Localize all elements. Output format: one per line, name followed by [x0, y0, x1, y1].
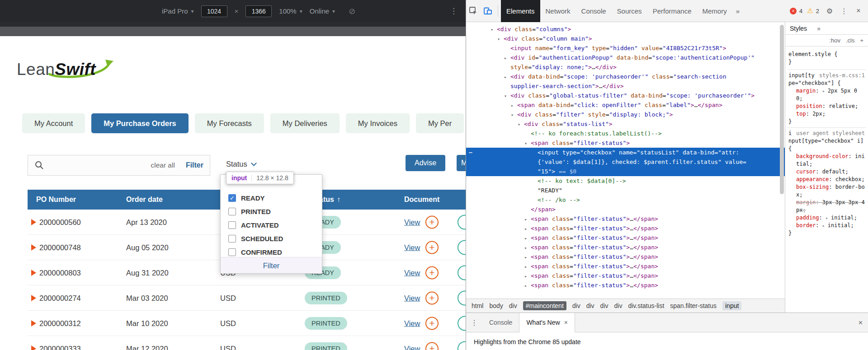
view-link[interactable]: View — [404, 243, 420, 252]
dom-tree-line[interactable]: ▾<div class="column main"> — [466, 34, 785, 43]
breadcrumb-item-div[interactable]: div — [586, 302, 594, 309]
view-link[interactable]: View — [404, 294, 420, 302]
add-icon[interactable] — [425, 291, 439, 304]
expand-arrow-icon[interactable]: ▸ — [524, 215, 531, 224]
devtools-tab-sources[interactable]: Sources — [612, 0, 647, 22]
breadcrumb-item-div[interactable]: div — [509, 302, 517, 309]
dom-tree-line[interactable]: ▸<span class="filter-status">…</span> — [466, 243, 785, 252]
css-property-border[interactable]: border: ▸ initial; — [788, 222, 865, 229]
devtools-close-icon[interactable] — [853, 7, 864, 15]
css-property-background-color[interactable]: background-color: initial; — [788, 153, 865, 168]
status-filter-toggle[interactable]: Status — [226, 160, 256, 168]
dom-tree-line[interactable]: ▾<div class="filter" style="display: blo… — [466, 110, 785, 119]
status-option-printed[interactable]: PRINTED — [228, 205, 318, 218]
breadcrumb-item-div[interactable]: div — [600, 302, 609, 309]
row-action-circle-icon[interactable] — [458, 290, 466, 305]
expand-arrow-icon[interactable]: ▸ — [524, 233, 531, 243]
dom-tree-line[interactable]: ▸<span class="filter-status">…</span> — [466, 224, 785, 233]
view-link[interactable]: View — [404, 218, 420, 226]
collapse-arrow-icon[interactable]: ▾ — [524, 139, 531, 148]
drawer-close-icon[interactable] — [859, 313, 863, 332]
row-action-circle-icon[interactable] — [458, 341, 466, 350]
view-link[interactable]: View — [404, 268, 420, 277]
dom-tree-line[interactable]: ⋯<input type="checkbox" name="statusList… — [466, 148, 785, 157]
collapse-arrow-icon[interactable]: ▾ — [504, 91, 510, 100]
tab-close-icon[interactable] — [564, 319, 568, 326]
breadcrumb-item-maincontent[interactable]: #maincontent — [523, 301, 566, 310]
viewport-height-input[interactable]: 1366 — [245, 5, 272, 17]
nav-tab-my-per[interactable]: My Per — [416, 113, 464, 133]
add-icon[interactable] — [425, 317, 439, 330]
dom-tree-line[interactable]: {'value': $data[1]}, checked: $parent.fi… — [466, 157, 785, 167]
dom-tree-line[interactable]: ▸<div data-bind="scope: 'purchaseorder'"… — [466, 72, 785, 81]
view-link[interactable]: View — [404, 319, 420, 327]
expand-arrow-icon[interactable]: ▸ — [504, 53, 510, 62]
element-style-rule[interactable]: element.style { } — [788, 49, 866, 70]
dom-tree-line[interactable]: ▸<span data-bind="click: openFilter" cla… — [466, 100, 785, 110]
new-style-rule-button[interactable]: + — [860, 37, 863, 44]
css-property-cursor[interactable]: cursor: default; — [788, 168, 865, 176]
row-expand-icon[interactable] — [31, 320, 36, 327]
collapse-arrow-icon[interactable]: ▾ — [511, 110, 517, 119]
element-classes-button[interactable]: .cls — [846, 37, 855, 44]
expand-arrow-icon[interactable]: ▸ — [524, 281, 531, 290]
device-type-select[interactable]: iPad Pro — [162, 7, 194, 15]
apply-filter-button[interactable]: Filter — [221, 257, 322, 273]
dom-tree-line[interactable]: <input name="form_key" type="hidden" val… — [466, 43, 785, 53]
row-expand-icon[interactable] — [31, 270, 36, 276]
status-option-ready[interactable]: READY — [228, 191, 318, 205]
breadcrumb-item-body[interactable]: body — [489, 302, 503, 309]
collapse-arrow-icon[interactable]: ▾ — [518, 120, 524, 129]
dom-tree-line[interactable]: ▾<div class="columns"> — [466, 24, 785, 34]
row-expand-icon[interactable] — [31, 244, 36, 251]
expand-shorthand-icon[interactable]: ▸ — [826, 215, 831, 220]
row-action-circle-icon[interactable] — [458, 240, 466, 255]
devtools-menu-icon[interactable] — [838, 7, 850, 15]
add-icon[interactable] — [425, 215, 439, 229]
row-action-circle-icon[interactable] — [458, 215, 466, 229]
checkbox-unchecked-icon[interactable] — [228, 208, 236, 215]
dom-tree-line[interactable]: style="display: none;">…</div> — [466, 62, 785, 72]
row-expand-icon[interactable] — [31, 295, 36, 301]
expand-arrow-icon[interactable]: ▸ — [511, 101, 517, 110]
dom-tree-line[interactable]: <!-- ko foreach:status.labelList()--> — [466, 129, 785, 138]
dom-tree-line[interactable]: ▸<span class="filter-status">…</span> — [466, 233, 785, 243]
row-expand-icon[interactable] — [31, 345, 36, 350]
nav-tab-my-forecasts[interactable]: My Forecasts — [195, 113, 264, 133]
css-property-appearance[interactable]: appearance: checkbox; — [788, 176, 865, 183]
devtools-tab-elements[interactable]: Elements — [501, 0, 540, 22]
breadcrumb-item-span-filter-status[interactable]: span.filter-status — [670, 302, 717, 309]
row-expand-icon[interactable] — [31, 219, 36, 225]
devtools-tab-network[interactable]: Network — [540, 0, 576, 22]
more-sidebar-tabs-icon[interactable] — [817, 25, 821, 32]
more-panels-icon[interactable] — [732, 7, 743, 15]
view-link[interactable]: View — [404, 344, 420, 350]
css-property-box-sizing[interactable]: box-sizing: border-box; — [788, 183, 865, 199]
checkbox-unchecked-icon[interactable] — [228, 221, 236, 229]
css-property-padding[interactable]: padding: ▸ initial; — [788, 214, 865, 222]
expand-arrow-icon[interactable]: ▸ — [524, 271, 531, 280]
dom-tree-line[interactable]: ▸<span class="filter-status">…</span> — [466, 271, 785, 280]
add-icon[interactable] — [425, 241, 439, 254]
collapse-arrow-icon[interactable]: ▾ — [497, 34, 504, 43]
devtools-tab-performance[interactable]: Performance — [647, 0, 697, 22]
dom-tree-line[interactable]: ▸<div id="authenticationPopup" data-bind… — [466, 53, 785, 62]
filter-link[interactable]: Filter — [186, 161, 203, 169]
network-throttle-select[interactable]: Online — [310, 7, 335, 15]
sort-ascending-icon[interactable] — [337, 196, 340, 203]
nav-tab-my-deliveries[interactable]: My Deliveries — [270, 113, 340, 133]
settings-gear-icon[interactable] — [824, 7, 835, 15]
warning-icon[interactable] — [807, 7, 813, 15]
inspect-element-icon[interactable] — [466, 6, 481, 15]
css-rule[interactable]: styles-m.css:1input[type="checkbox"] {ma… — [788, 70, 866, 127]
dom-tree-line[interactable]: ▸<span class="filter-status">…</span> — [466, 214, 785, 224]
dom-tree-line[interactable]: ▸<span class="filter-status">…</span> — [466, 252, 785, 261]
clear-all-link[interactable]: clear all — [151, 161, 175, 169]
breadcrumb-item-div[interactable]: div — [572, 302, 580, 309]
breadcrumb-item-div[interactable]: div — [614, 302, 623, 309]
expand-shorthand-icon[interactable]: ▸ — [822, 89, 828, 93]
dom-tree-line[interactable]: <!-- ko text: $data[0]--> — [466, 176, 785, 186]
drawer-tab-console[interactable]: Console — [482, 313, 519, 332]
clipped-action-button[interactable]: M — [457, 155, 466, 171]
devtools-tab-memory[interactable]: Memory — [697, 0, 732, 22]
